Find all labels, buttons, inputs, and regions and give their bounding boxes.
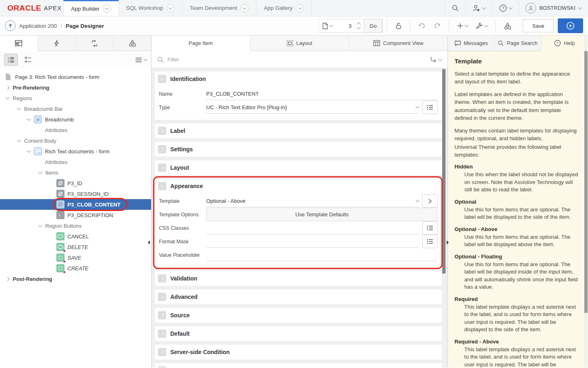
tree-item-form-region[interactable]: Rich Text documents - form [0, 146, 151, 157]
collapse-left-panel-handle[interactable] [147, 240, 150, 245]
tab-help[interactable]: ? Help [541, 36, 588, 51]
create-menu-button[interactable] [453, 22, 472, 29]
tree-item-cancel-button[interactable]: CANCEL [0, 231, 151, 242]
page-number-input[interactable] [336, 19, 354, 32]
tree-item-p3-description[interactable]: I P3_DESCRIPTION [0, 210, 151, 220]
spinner-down-icon[interactable] [357, 25, 361, 29]
order-by-component-type-button[interactable] [21, 54, 35, 66]
help-menu-button[interactable]: ? [492, 0, 519, 16]
section-settings-header[interactable]: Settings [155, 142, 442, 157]
tab-page-search[interactable]: Page Search [494, 36, 541, 51]
tab-shared-components[interactable] [114, 36, 151, 51]
section-default-header[interactable]: Default [155, 326, 442, 341]
expander-icon[interactable] [38, 225, 42, 227]
expand-icon[interactable] [158, 366, 166, 368]
chevron-down-icon[interactable] [103, 4, 111, 13]
section-read-only-header[interactable]: Read Only [155, 363, 442, 368]
template-goto-button[interactable] [422, 194, 438, 208]
help-scrollbar-thumb[interactable] [584, 51, 588, 313]
tree-item-post-rendering[interactable]: Post-Rendering [0, 274, 151, 284]
filter-input[interactable] [167, 56, 426, 63]
expander-icon[interactable] [38, 172, 42, 173]
tree-item-page[interactable]: Page 3: Rich Text documents - form [0, 72, 151, 82]
expand-icon[interactable] [158, 274, 166, 283]
tree-item-p3-clob-content[interactable]: P3_CLOB_CONTENT [0, 199, 151, 210]
utilities-menu-button[interactable] [472, 22, 491, 30]
expander-icon[interactable] [16, 108, 21, 110]
type-quickpick-button[interactable] [422, 101, 438, 114]
tab-sql-workshop[interactable]: SQL Workshop [119, 0, 183, 16]
expand-icon[interactable] [158, 145, 166, 153]
section-appearance-header[interactable]: Appearance [155, 179, 442, 193]
tab-dynamic-actions[interactable] [38, 36, 76, 51]
page-number-stepper[interactable] [354, 23, 363, 29]
tab-messages[interactable]: Messages [448, 36, 494, 51]
tree-item-save-button[interactable]: SAVE [0, 252, 151, 263]
section-source-header[interactable]: Source [155, 308, 442, 323]
breadcrumb-application[interactable]: Application 200 [19, 23, 57, 29]
tree-item-regions[interactable]: Regions [0, 93, 151, 103]
format-mask-input[interactable] [206, 238, 419, 245]
expander-icon[interactable] [16, 140, 21, 141]
shared-components-icon[interactable] [500, 22, 515, 30]
tree-item-breadcrumb[interactable]: » Breadcrumb [0, 114, 151, 125]
expand-icon[interactable] [158, 311, 166, 319]
tree-item-items[interactable]: Items [0, 167, 151, 178]
administration-menu-button[interactable] [466, 0, 492, 16]
section-advanced-header[interactable]: Advanced [155, 289, 442, 304]
use-template-defaults-button[interactable]: Use Template Defaults [206, 208, 438, 221]
type-select[interactable]: UC - Rich Text Editor Pro [Plug-In] [206, 101, 419, 114]
format-mask-quickpick-button[interactable] [422, 235, 438, 248]
page-finder-button[interactable] [319, 22, 336, 29]
tree-item-breadcrumb-bar[interactable]: Breadcrumb Bar [0, 103, 151, 114]
chevron-down-icon[interactable] [241, 4, 249, 12]
page-lock-icon[interactable] [391, 22, 406, 29]
tab-rendering[interactable] [0, 36, 38, 51]
value-placeholder-input[interactable] [206, 252, 438, 258]
chevron-down-icon[interactable] [167, 4, 175, 12]
tree-item-content-body[interactable]: Content Body [0, 135, 151, 146]
expand-icon[interactable] [158, 330, 166, 338]
expander-icon[interactable] [26, 150, 31, 152]
expand-icon[interactable] [158, 164, 166, 172]
section-identification-header[interactable]: Identification [155, 72, 442, 86]
tab-page-item[interactable]: Page Item [151, 36, 250, 51]
go-button[interactable]: Go [364, 19, 382, 33]
user-account-menu[interactable]: BOSTROWSKI [519, 0, 588, 16]
css-classes-quickpick-button[interactable] [422, 221, 438, 235]
section-label-header[interactable]: Label [155, 123, 442, 138]
collapse-icon[interactable] [158, 182, 166, 190]
tab-processing[interactable] [76, 36, 114, 51]
css-classes-input[interactable] [206, 225, 419, 231]
run-page-button[interactable] [558, 18, 583, 33]
expander-icon[interactable] [5, 97, 10, 99]
name-input[interactable] [206, 91, 438, 97]
section-validation-header[interactable]: Validation [155, 271, 442, 286]
section-layout-header[interactable]: Layout [155, 160, 442, 175]
expander-icon[interactable] [5, 278, 10, 280]
collapse-icon[interactable] [158, 75, 166, 83]
center-scrollbar-thumb[interactable] [442, 69, 445, 274]
search-icon[interactable] [445, 0, 466, 16]
collapse-right-panel-handle[interactable] [446, 240, 449, 245]
go-to-group-button[interactable] [430, 56, 442, 63]
expand-icon[interactable] [158, 293, 166, 301]
tab-app-builder[interactable]: App Builder [63, 0, 119, 16]
tree-item-create-button[interactable]: CREATE [0, 263, 151, 274]
tab-component-view[interactable]: Component View [349, 36, 448, 51]
tree-item-delete-button[interactable]: DELETE [0, 242, 151, 252]
tree-item-attributes[interactable]: Attributes [0, 157, 151, 167]
expander-icon[interactable] [26, 119, 31, 120]
go-up-icon[interactable] [5, 20, 16, 31]
help-scrollbar[interactable] [584, 36, 588, 368]
tab-layout[interactable]: Layout [250, 36, 349, 51]
redo-icon[interactable] [430, 22, 445, 29]
undo-icon[interactable] [414, 22, 430, 29]
expand-icon[interactable] [158, 127, 166, 135]
section-server-side-condition-header[interactable]: Server-side Condition [155, 345, 442, 359]
tab-team-development[interactable]: Team Development [183, 0, 256, 16]
tree-item-pre-rendering[interactable]: Pre-Rendering [0, 82, 151, 93]
center-scrollbar[interactable] [442, 69, 445, 368]
oracle-apex-logo[interactable]: ORACLE APEX [0, 0, 63, 16]
tree-item-p3-id[interactable]: P3_ID [0, 178, 151, 188]
